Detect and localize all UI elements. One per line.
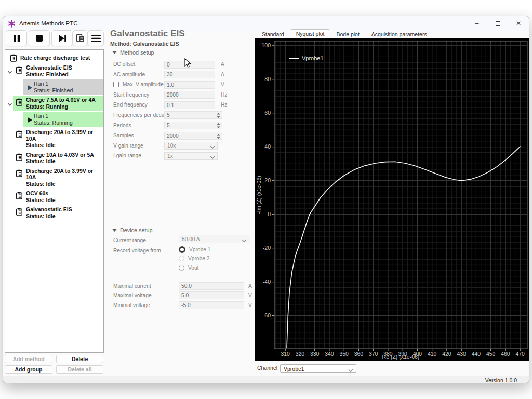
unit-label: V xyxy=(248,292,252,298)
method-label: Charge 10A to 4.03V or 5A xyxy=(26,152,102,158)
method-item-charge-7-5a-to-4-01v-or-4a[interactable]: Charge 7.5A to 4.01V or 4AStatus: Runnin… xyxy=(13,96,103,111)
method-status: Status: Idle xyxy=(26,142,102,149)
maximize-button[interactable] xyxy=(487,16,508,31)
plot-tabs: StandardNyquist plotBode plotAcquisition… xyxy=(257,29,434,38)
method-item-discharge-20a-to-3-99v-or-10a[interactable]: Discharge 20A to 3.99V or 10AStatus: Idl… xyxy=(13,167,103,189)
svg-text:40: 40 xyxy=(264,143,271,150)
method-item-galvanostatic-eis[interactable]: Galvanostatic EISStatus: Finished xyxy=(13,63,103,78)
run-status: Status: Finished xyxy=(34,87,102,94)
dc-offset-label: DC offset xyxy=(113,61,135,67)
svg-text:450: 450 xyxy=(486,351,496,357)
device-setup-header[interactable]: Device setup xyxy=(112,227,152,233)
i-gain-range-label: I gain range xyxy=(113,153,141,158)
svg-text:-40: -40 xyxy=(263,278,271,285)
channel-select[interactable]: Vprobe1 xyxy=(280,364,356,373)
svg-text:100: 100 xyxy=(261,42,271,48)
delete-all-button[interactable]: Delete all xyxy=(56,365,103,374)
max-v-amplitude-input[interactable]: 1.0 xyxy=(164,81,215,89)
radio-icon[interactable] xyxy=(179,256,184,261)
group-item[interactable]: Rate charge discharge test xyxy=(5,52,103,63)
radio-option-vout[interactable]: Vout xyxy=(179,265,198,271)
svg-text:420: 420 xyxy=(442,351,451,357)
delete-button[interactable]: Delete xyxy=(56,355,103,363)
clipboard-icon xyxy=(10,54,17,62)
clipboard-icon xyxy=(16,169,23,179)
add-group-button[interactable]: Add group xyxy=(5,365,52,374)
nyquist-chart[interactable]: 3103203303403503603703803904004104204304… xyxy=(255,38,529,361)
minimize-button[interactable]: – xyxy=(467,16,487,31)
method-status: Status: Idle xyxy=(26,213,102,220)
method-item-discharge-20a-to-3-99v-or-10a[interactable]: Discharge 20A to 3.99V or 10AStatus: Idl… xyxy=(13,128,103,150)
end-frequency-label: End frequency xyxy=(113,102,148,108)
chevron-down-icon xyxy=(348,367,353,374)
form-row-ac-amplitude: AC amplitude30A xyxy=(110,70,257,81)
method-title: Galvanostatic EIS xyxy=(110,29,185,39)
chevron-down-icon xyxy=(210,155,215,161)
svg-text:-20: -20 xyxy=(263,245,271,251)
current-range-select[interactable]: 50.00 A xyxy=(179,235,249,243)
method-item-charge-10a-to-4-03v-or-5a[interactable]: Charge 10A to 4.03V or 5AStatus: Idle xyxy=(13,151,103,166)
radio-option-vprobe-2[interactable]: Vprobe 2 xyxy=(179,256,209,261)
svg-text:-60: -60 xyxy=(263,312,271,318)
max-v-amplitude-checkbox[interactable] xyxy=(113,82,119,87)
method-tree: Rate charge discharge testGalvanostatic … xyxy=(5,50,103,220)
method-setup-header[interactable]: Method setup xyxy=(112,49,154,56)
close-button[interactable]: ✕ xyxy=(508,16,529,31)
add-method-button[interactable]: Add method xyxy=(5,355,52,363)
form-row-start-frequency: Start frequency2000Hz xyxy=(110,90,257,101)
svg-text:350: 350 xyxy=(339,351,349,357)
chevron-expanded-icon[interactable] xyxy=(7,100,12,109)
start-frequency-label: Start frequency xyxy=(113,92,149,98)
tab-nyquist-plot[interactable]: Nyquist plot xyxy=(291,29,330,38)
max-v-amplitude-label: Max. V amplitude xyxy=(123,82,164,87)
unit-label: V xyxy=(248,302,252,308)
radio-icon[interactable] xyxy=(179,265,184,271)
i-gain-range-select[interactable]: 1x xyxy=(164,152,218,160)
chevron-down-icon xyxy=(210,144,215,150)
run-item[interactable]: Run 1Status: Finished xyxy=(23,79,103,95)
skip-next-button[interactable] xyxy=(51,30,73,46)
maximal-voltage-input[interactable]: 5.0 xyxy=(179,291,244,299)
run-label: Run 1 xyxy=(34,113,102,119)
method-subtitle: Method: Galvanostatic EIS xyxy=(110,41,179,47)
method-item-ocv-60s[interactable]: OCV 60sStatus: Idle xyxy=(13,189,103,204)
clipboard-icon xyxy=(16,98,23,108)
spinner-arrows-icon[interactable] xyxy=(216,133,221,140)
method-label: Discharge 20A to 3.99V or 10A xyxy=(26,168,102,181)
tab-bode-plot[interactable]: Bode plot xyxy=(331,30,364,38)
run-label: Run 1 xyxy=(34,81,102,87)
method-item-galvanostatic-eis[interactable]: Galvanostatic EISStatus: Idle xyxy=(13,205,103,220)
periods-input[interactable]: 5 xyxy=(164,122,222,129)
start-frequency-input[interactable]: 2000 xyxy=(164,91,215,99)
play-icon xyxy=(27,84,33,93)
spinner-arrows-icon[interactable] xyxy=(216,112,221,119)
end-frequency-input[interactable]: 0.1 xyxy=(164,101,215,109)
svg-text:0: 0 xyxy=(268,211,271,217)
svg-text:370: 370 xyxy=(369,351,378,357)
chevron-expanded-icon[interactable] xyxy=(7,68,12,77)
minimal-voltage-input[interactable]: -5.0 xyxy=(179,301,244,309)
app-window: Artemis Methods PTC – ✕ Rate charge disc… xyxy=(3,16,529,383)
menu-button[interactable] xyxy=(88,30,104,46)
pause-button[interactable] xyxy=(6,30,27,46)
tab-acquisition-parameters[interactable]: Acquisition parameters xyxy=(366,30,432,38)
radio-icon[interactable] xyxy=(179,246,185,253)
tab-standard[interactable]: Standard xyxy=(257,30,289,38)
collapse-triangle-icon xyxy=(112,49,117,56)
copy-method-button[interactable] xyxy=(73,30,88,46)
dc-offset-input[interactable]: 0 xyxy=(164,61,215,69)
resize-grip[interactable] xyxy=(524,378,529,383)
frequencies-per-decade-input[interactable]: 5 xyxy=(164,111,222,119)
run-item[interactable]: Run 1Status: Running xyxy=(23,112,103,127)
maximal-current-input[interactable]: 50.0 xyxy=(179,282,244,290)
stop-button[interactable] xyxy=(29,30,50,46)
v-gain-range-select[interactable]: 10x xyxy=(164,142,218,150)
unit-label: V xyxy=(221,82,224,87)
samples-input[interactable]: 2000 xyxy=(164,132,222,140)
method-status: Status: Idle xyxy=(26,158,102,165)
ac-amplitude-input[interactable]: 30 xyxy=(164,71,215,78)
radio-option-vprobe-1[interactable]: Vprobe 1 xyxy=(179,246,210,253)
spinner-arrows-icon[interactable] xyxy=(216,123,221,130)
clipboard-icon xyxy=(16,208,23,218)
frequencies-per-decade-label: Frequencies per decade xyxy=(113,112,170,118)
